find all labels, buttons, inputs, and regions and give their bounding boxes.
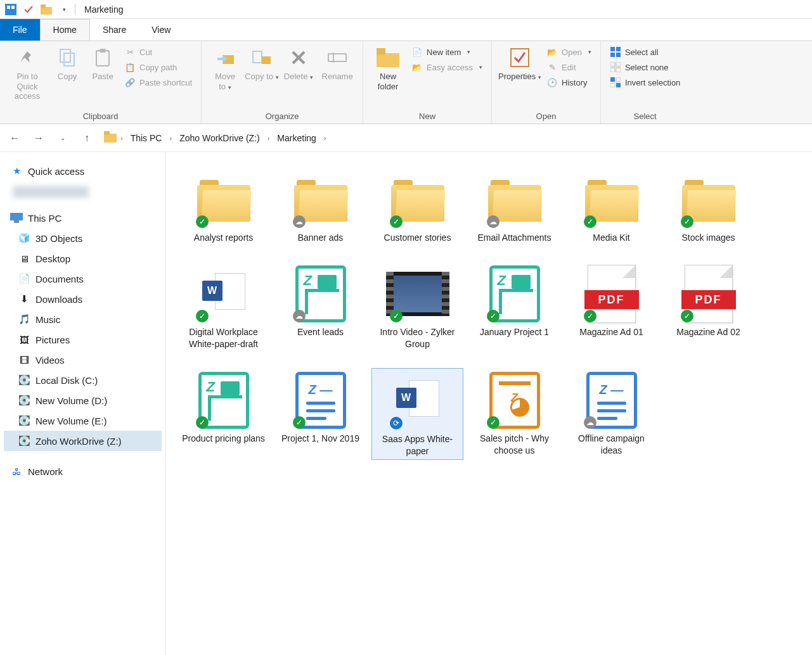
file-item[interactable]: ✓Product pricing plans [177, 368, 269, 461]
delete-button[interactable]: Delete [280, 44, 317, 84]
file-thumb: PDF✓ [580, 264, 643, 324]
sync-badge-icon: ✓ [390, 215, 403, 228]
file-item[interactable]: ☁Banner ads [274, 167, 366, 246]
nav-back-button[interactable]: ← [4, 129, 25, 148]
file-item[interactable]: ✓Customer stories [371, 167, 463, 246]
copyto-button[interactable]: Copy to [243, 44, 280, 84]
chevron-right-icon[interactable]: › [323, 134, 328, 142]
svg-rect-18 [511, 49, 529, 67]
sidebar-item[interactable]: 💽New Volume (E:) [4, 410, 162, 431]
file-item[interactable]: ✓Media Kit [565, 167, 657, 246]
invertselection-button[interactable]: Invert selection [610, 77, 680, 88]
tab-share[interactable]: Share [90, 19, 139, 41]
nav-forward-button[interactable]: → [28, 129, 49, 148]
pasteshortcut-button[interactable]: 🔗Paste shortcut [124, 77, 192, 88]
file-name: Stock images [681, 232, 735, 244]
file-thumb: Z —✓ [289, 371, 352, 430]
qa-properties-icon[interactable] [22, 3, 35, 16]
tab-view[interactable]: View [139, 19, 183, 41]
file-item[interactable]: ✓January Project 1 [468, 262, 560, 353]
sidebar-item-label: Zoho WorkDrive (Z:) [35, 436, 122, 447]
newfolder-button[interactable]: New folder [368, 44, 408, 94]
sidebar-item[interactable]: 🖥Desktop [4, 248, 162, 269]
cut-button[interactable]: ✂Cut [124, 46, 192, 58]
chevron-right-icon[interactable]: › [119, 134, 124, 142]
svg-rect-4 [41, 4, 46, 8]
pin-quick-access-button[interactable]: Pin to Quick access [5, 44, 49, 104]
sync-badge-icon: ✓ [196, 416, 209, 429]
sidebar-item[interactable]: 🎞Videos [4, 350, 162, 370]
svg-rect-25 [610, 68, 615, 72]
file-item[interactable]: W✓Digital Workplace White-paper-draft [177, 262, 269, 353]
file-item[interactable]: ☁Email Attachments [468, 167, 560, 246]
file-name: Banner ads [298, 232, 344, 244]
sidebar-item[interactable]: 💽New Volume (D:) [4, 390, 162, 410]
ribbon-tabs: File Home Share View [0, 19, 812, 41]
sidebar-quick-access[interactable]: ★ Quick access [4, 161, 162, 181]
file-thumb: ✓ [192, 371, 255, 430]
file-item[interactable]: PDF✓Magazine Ad 01 [565, 262, 657, 353]
svg-rect-23 [610, 62, 615, 67]
nav-recent-button[interactable]: ⌄ [52, 129, 74, 148]
sync-badge-icon: ✓ [584, 215, 596, 228]
file-item[interactable]: ✓Stock images [662, 167, 754, 246]
tab-home[interactable]: Home [40, 19, 90, 41]
easyaccess-button[interactable]: 📂Easy access [411, 61, 482, 73]
crumb-drive[interactable]: Zoho WorkDrive (Z:) [176, 130, 264, 146]
file-item[interactable]: W⟳Saas Apps White-paper [371, 368, 463, 461]
svg-rect-11 [262, 56, 271, 64]
sidebar-network[interactable]: 🖧 Network [4, 461, 162, 481]
sidebar-item[interactable]: 💽Local Disk (C:) [4, 370, 162, 390]
moveto-button[interactable]: Move to [207, 44, 243, 94]
file-thumb: ☁ [289, 264, 352, 324]
newitem-button[interactable]: 📄New item [411, 46, 482, 58]
network-icon: 🖧 [10, 465, 23, 478]
breadcrumb-root-icon[interactable] [104, 131, 117, 144]
file-item[interactable]: Z —✓Project 1, Nov 2019 [274, 368, 366, 461]
newfolder-icon [377, 46, 399, 69]
drive-icon: 🖥 [18, 252, 30, 265]
edit-button[interactable]: ✎Edit [546, 61, 591, 73]
tab-file[interactable]: File [0, 19, 40, 41]
file-item[interactable]: Z —☁Offline campaign ideas [565, 368, 657, 461]
sidebar-item[interactable]: 💽Zoho WorkDrive (Z:) [4, 431, 162, 451]
sidebar-item[interactable]: 🎵Music [4, 309, 162, 329]
nav-up-button[interactable]: ↑ [76, 129, 98, 148]
sidebar-item[interactable]: ⬇Downloads [4, 289, 162, 309]
copy-button[interactable]: Copy [49, 44, 85, 84]
chevron-right-icon[interactable]: › [266, 134, 271, 142]
selectnone-button[interactable]: Select none [610, 61, 680, 73]
file-item[interactable]: PDF✓Magazine Ad 02 [662, 262, 754, 353]
chevron-right-icon[interactable]: › [168, 134, 173, 142]
svg-rect-1 [7, 6, 10, 9]
rename-icon [326, 46, 349, 69]
sync-badge-icon: ☁ [293, 310, 306, 322]
sync-badge-icon: ✓ [487, 310, 499, 322]
file-item[interactable]: Z✓Sales pitch - Why choose us [468, 368, 560, 461]
sidebar-item[interactable]: 🖼Pictures [4, 329, 162, 350]
file-item[interactable]: ✓Intro Video - Zylker Group [371, 262, 463, 353]
rename-button[interactable]: Rename [317, 44, 358, 84]
paste-button[interactable]: Paste [85, 44, 120, 84]
selectall-button[interactable]: Select all [610, 46, 680, 58]
sidebar-thispc[interactable]: This PC [4, 208, 162, 228]
svg-rect-14 [328, 54, 346, 61]
crumb-folder[interactable]: Marketing [273, 130, 319, 146]
sidebar-item[interactable]: 📄Documents [4, 269, 162, 289]
file-area[interactable]: ✓Analyst reports☁Banner ads✓Customer sto… [166, 152, 812, 655]
crumb-thispc[interactable]: This PC [127, 130, 166, 146]
file-name: January Project 1 [480, 326, 549, 338]
sidebar-item[interactable]: 🧊3D Objects [4, 228, 162, 248]
history-button[interactable]: 🕑History [546, 77, 591, 88]
open-icon: 📂 [546, 46, 558, 58]
open-button[interactable]: 📂Open [546, 46, 591, 58]
easyaccess-icon: 📂 [411, 61, 423, 73]
moveto-icon [214, 46, 236, 69]
properties-button[interactable]: Properties [497, 44, 543, 84]
edit-icon: ✎ [546, 61, 558, 73]
qa-dropdown-icon[interactable]: ▾ [57, 3, 71, 16]
file-item[interactable]: ☁Event leads [274, 262, 366, 353]
copypath-button[interactable]: 📋Copy path [124, 61, 192, 73]
file-item[interactable]: ✓Analyst reports [177, 167, 269, 246]
svg-rect-17 [377, 48, 385, 54]
